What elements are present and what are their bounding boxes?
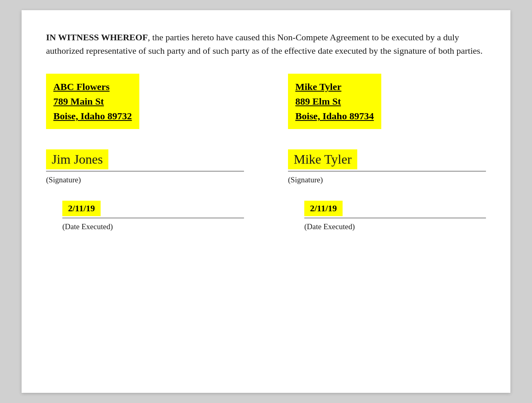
party-left-line2: 789 Main St [53,94,132,109]
sig-left-label: (Signature) [46,175,244,184]
sig-right-name: Mike Tyler [294,152,352,166]
date-left-highlight: 2/11/19 [62,201,101,216]
intro-bold: IN WITNESS WHEREOF [46,32,148,42]
party-right-line1: Mike Tyler [295,79,374,94]
intro-paragraph: IN WITNESS WHEREOF, the parties hereto h… [46,31,486,57]
sig-right-line [288,171,486,171]
date-left-label: (Date Executed) [62,222,244,231]
date-left-line [62,218,244,218]
parties-section: ABC Flowers 789 Main St Boise, Idaho 897… [46,74,486,129]
date-right-line [304,218,486,218]
document-page: IN WITNESS WHEREOF, the parties hereto h… [22,10,510,393]
date-right-block: 2/11/19 (Date Executed) [288,201,486,231]
sig-right-highlight: Mike Tyler [288,149,357,169]
date-right-highlight: 2/11/19 [304,201,343,216]
sig-left-highlight: Jim Jones [46,149,108,169]
sig-left-line [46,171,244,171]
party-right-line2: 889 Elm St [295,94,374,109]
date-left-block: 2/11/19 (Date Executed) [46,201,244,231]
date-left-value: 2/11/19 [68,203,95,213]
party-left-line3: Boise, Idaho 89732 [53,109,132,123]
date-right-label: (Date Executed) [304,222,486,231]
sig-right-block: Mike Tyler (Signature) [288,149,486,184]
party-right-line3: Boise, Idaho 89734 [295,109,374,123]
party-left-line1: ABC Flowers [53,79,132,94]
sig-left-block: Jim Jones (Signature) [46,149,244,184]
signatures-section: Jim Jones (Signature) Mike Tyler (Signat… [46,149,486,184]
sig-left-name: Jim Jones [52,152,103,166]
sig-right-label: (Signature) [288,175,486,184]
date-right-value: 2/11/19 [310,203,337,213]
dates-section: 2/11/19 (Date Executed) 2/11/19 (Date Ex… [46,201,486,231]
party-right-highlight: Mike Tyler 889 Elm St Boise, Idaho 89734 [288,74,381,129]
party-left-highlight: ABC Flowers 789 Main St Boise, Idaho 897… [46,74,139,129]
party-right-block: Mike Tyler 889 Elm St Boise, Idaho 89734 [288,74,486,129]
party-left-block: ABC Flowers 789 Main St Boise, Idaho 897… [46,74,244,129]
